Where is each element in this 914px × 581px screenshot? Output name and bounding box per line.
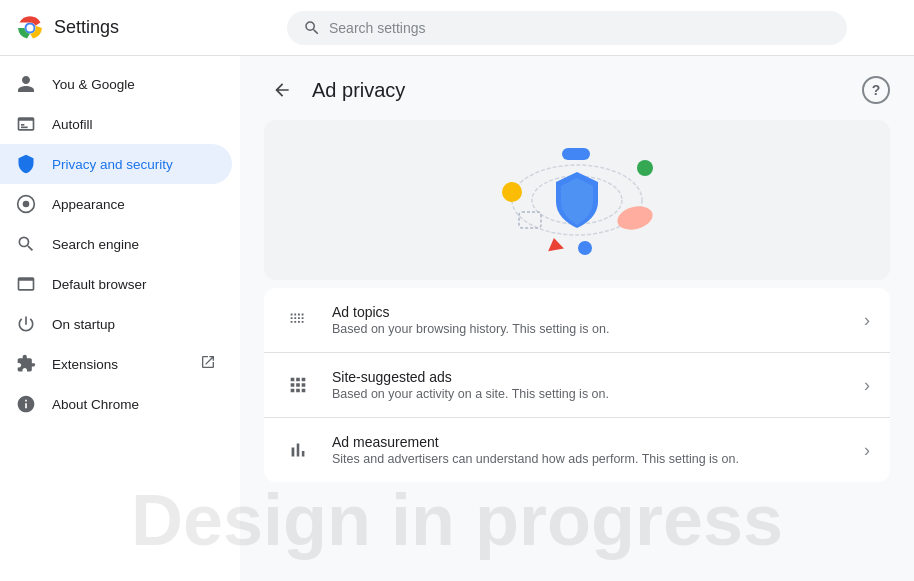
search-input[interactable]	[329, 20, 831, 36]
info-icon	[16, 394, 36, 414]
external-link-icon	[200, 354, 216, 374]
ad-measurement-chevron-icon: ›	[864, 440, 870, 461]
search-input-wrap	[287, 11, 847, 45]
sidebar-label-extensions: Extensions	[52, 357, 118, 372]
sidebar: You & Google Autofill Privacy and securi…	[0, 56, 240, 581]
content-area: Ad privacy ?	[240, 56, 914, 581]
sidebar-label-about-chrome: About Chrome	[52, 397, 139, 412]
top-bar: Settings	[0, 0, 914, 56]
svg-point-3	[27, 24, 34, 31]
logo-area: Settings	[16, 14, 236, 42]
svg-marker-15	[546, 237, 564, 252]
svg-rect-4	[21, 124, 24, 126]
site-suggested-ads-text: Site-suggested ads Based on your activit…	[332, 369, 844, 401]
autofill-icon	[16, 114, 36, 134]
help-button[interactable]: ?	[862, 76, 890, 104]
ad-measurement-title: Ad measurement	[332, 434, 844, 450]
svg-rect-10	[562, 148, 590, 160]
sidebar-item-appearance[interactable]: Appearance	[0, 184, 232, 224]
svg-point-13	[615, 203, 655, 234]
settings-card: Ad topics Based on your browsing history…	[264, 288, 890, 482]
sidebar-item-extensions[interactable]: Extensions	[0, 344, 232, 384]
browser-icon	[16, 274, 36, 294]
sidebar-label-default-browser: Default browser	[52, 277, 147, 292]
back-button[interactable]	[264, 72, 300, 108]
sidebar-item-autofill[interactable]: Autofill	[0, 104, 232, 144]
back-arrow-icon	[272, 80, 292, 100]
ad-privacy-illustration	[467, 130, 687, 270]
svg-point-11	[637, 160, 653, 176]
sidebar-item-privacy-security[interactable]: Privacy and security	[0, 144, 232, 184]
search-engine-icon	[16, 234, 36, 254]
svg-rect-16	[519, 212, 541, 228]
sidebar-item-on-startup[interactable]: On startup	[0, 304, 232, 344]
sidebar-label-privacy-security: Privacy and security	[52, 157, 173, 172]
sidebar-label-on-startup: On startup	[52, 317, 115, 332]
ad-topics-chevron-icon: ›	[864, 310, 870, 331]
page-title: Ad privacy	[312, 79, 405, 102]
site-suggested-ads-title: Site-suggested ads	[332, 369, 844, 385]
power-icon	[16, 314, 36, 334]
ad-topics-title: Ad topics	[332, 304, 844, 320]
ad-topics-icon	[284, 306, 312, 334]
sidebar-item-search-engine[interactable]: Search engine	[0, 224, 232, 264]
sidebar-label-search-engine: Search engine	[52, 237, 139, 252]
search-bar	[287, 11, 847, 45]
sidebar-label-autofill: Autofill	[52, 117, 93, 132]
appearance-icon	[16, 194, 36, 214]
site-suggested-ads-desc: Based on your activity on a site. This s…	[332, 387, 844, 401]
svg-rect-5	[21, 127, 28, 129]
sidebar-label-appearance: Appearance	[52, 197, 125, 212]
site-suggested-ads-row[interactable]: Site-suggested ads Based on your activit…	[264, 353, 890, 418]
ad-measurement-desc: Sites and advertisers can understand how…	[332, 452, 844, 466]
search-icon	[303, 19, 321, 37]
page-header: Ad privacy ?	[264, 56, 890, 120]
person-icon	[16, 74, 36, 94]
sidebar-label-you-google: You & Google	[52, 77, 135, 92]
site-suggested-ads-icon	[284, 371, 312, 399]
chrome-logo-icon	[16, 14, 44, 42]
svg-point-14	[578, 241, 592, 255]
sidebar-item-you-google[interactable]: You & Google	[0, 64, 232, 104]
ad-measurement-row[interactable]: Ad measurement Sites and advertisers can…	[264, 418, 890, 482]
sidebar-item-default-browser[interactable]: Default browser	[0, 264, 232, 304]
ad-measurement-text: Ad measurement Sites and advertisers can…	[332, 434, 844, 466]
page-header-left: Ad privacy	[264, 72, 405, 108]
help-label: ?	[872, 82, 881, 98]
app-title: Settings	[54, 17, 119, 38]
svg-point-12	[502, 182, 522, 202]
puzzle-icon	[16, 354, 36, 374]
hero-illustration	[264, 120, 890, 280]
ad-topics-desc: Based on your browsing history. This set…	[332, 322, 844, 336]
ad-topics-text: Ad topics Based on your browsing history…	[332, 304, 844, 336]
ad-measurement-icon	[284, 436, 312, 464]
main-layout: You & Google Autofill Privacy and securi…	[0, 56, 914, 581]
svg-point-7	[23, 201, 30, 208]
site-suggested-ads-chevron-icon: ›	[864, 375, 870, 396]
shield-icon	[16, 154, 36, 174]
content-inner: Ad privacy ?	[240, 56, 914, 506]
ad-topics-row[interactable]: Ad topics Based on your browsing history…	[264, 288, 890, 353]
sidebar-item-about-chrome[interactable]: About Chrome	[0, 384, 232, 424]
